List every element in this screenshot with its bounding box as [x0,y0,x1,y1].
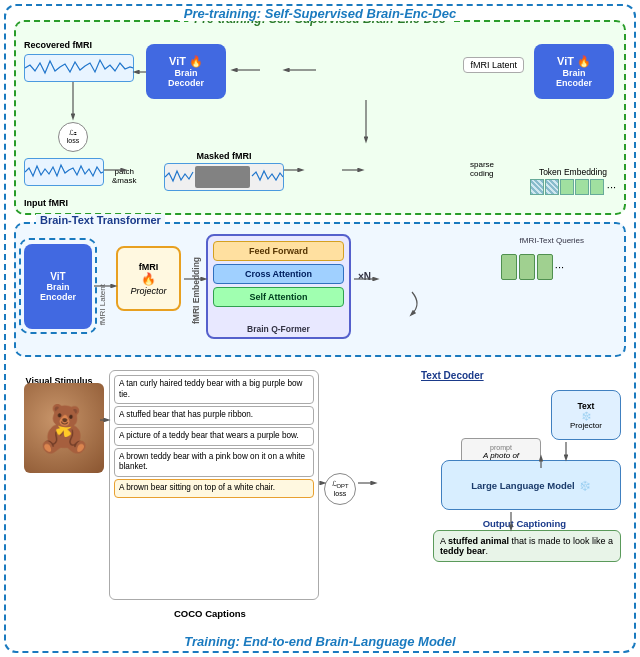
qformer-label: Brain Q-Former [247,324,310,334]
llm-box: Large Language Model ❄️ [441,460,621,510]
vit-brain-encoder-pretrain: ViT 🔥 Brain Encoder [534,44,614,99]
fmri-embedding-label: fMRI Embedding [191,244,201,324]
bear-image: 🧸 [24,383,104,473]
page-top-label: Pre-training: Self-Supervised Brain-Enc-… [178,6,462,21]
l2-loss: ℒ₂loss [58,122,88,152]
text-decoder-section: Text Decoder Text ❄️ Projector prompt A … [421,370,621,620]
snowflake-icon-proj: ❄️ [581,411,592,421]
braintext-label: Brain-Text Transformer [36,214,165,226]
query-cell-2 [519,254,535,280]
decoder-label-decoder: Decoder [168,78,204,88]
query-cell-1 [501,254,517,280]
coco-captions-box: A tan curly haired teddy bear with a big… [109,370,319,600]
caption-5-highlighted: A brown bear sitting on top of a white c… [114,479,314,498]
brain-qformer: Feed Forward Cross Attention Self Attent… [206,234,351,339]
token-cell-hatched-1 [530,179,544,195]
token-embed-label: Token Embedding [530,167,616,177]
feed-forward-row: Feed Forward [213,241,344,261]
output-caption-label: Output Captioning [483,518,566,529]
signal-svg-recovered [25,55,133,81]
query-cell-3 [537,254,553,280]
brain-label-bt: Brain [46,282,69,292]
fmri-latent-pretrain: fMRI Latent [463,57,524,73]
svg-rect-0 [195,166,250,188]
recovered-fmri-signal [24,54,134,82]
coco-label: COCO Captions [174,608,246,619]
main-container: Training: End-to-end Brain-Language Mode… [0,0,640,657]
self-attention-row: Self Attention [213,287,344,307]
bear-icon: 🧸 [36,402,92,455]
token-embedding-area: Token Embedding ··· [530,167,616,195]
query-dots: ··· [555,261,564,273]
token-cell-1 [560,179,574,195]
prompt-label: prompt [490,444,512,451]
queries-cells: ··· [501,254,564,280]
training-section: 🧸 Visual Stimulus A tan curly haired ted… [14,365,626,635]
snowflake-icon-llm: ❄️ [579,480,591,491]
projector-title: fMRI [139,262,159,272]
token-cell-hatched-2 [545,179,559,195]
text-decoder-label: Text Decoder [421,370,621,381]
masked-fmri-area: Masked fMRI mask ratio: 0.75 [164,151,284,191]
input-fmri-signal [24,158,104,186]
cross-attention-row: Cross Attention [213,264,344,284]
fire-icon-decoder: ViT 🔥 [169,55,203,68]
signal-svg-masked [165,164,283,190]
vit-brain-decoder: ViT 🔥 Brain Decoder [146,44,226,99]
signal-svg-input [25,159,103,185]
fmri-text-queries-label: fMRI-Text Queries [520,236,584,245]
input-fmri-label: Input fMRI [24,198,68,208]
bottom-label: Training: End-to-end Brain-Language Mode… [178,634,461,649]
visual-stimulus-area: 🧸 Visual Stimulus [19,373,99,386]
token-cell-3 [590,179,604,195]
patch-mask-label: patch&mask [112,167,136,185]
braintext-section: Brain-Text Transformer ViT Brain Encoder… [14,222,626,357]
fire-icon: ViT 🔥 [557,55,591,68]
caption-3: A picture of a teddy bear that wears a p… [114,427,314,446]
recovered-fmri-label: Recovered fMRI [24,40,134,50]
llm-label: Large Language Model [471,480,574,491]
masked-fmri-label: Masked fMRI [164,151,284,161]
caption-2: A stuffed bear that has purple ribbon. [114,406,314,425]
masked-fmri-signal [164,163,284,191]
encoder-label-bt: Encoder [40,292,76,302]
text-proj-label: Projector [570,421,602,430]
token-dots: ··· [607,181,616,193]
output-caption-box: A stuffed animal that is made to look li… [433,530,621,562]
caption-4: A brown teddy bear with a pink bow on it… [114,448,314,477]
fmri-latent-bt-label: fMRI Latent [98,284,107,325]
decoder-label-brain: Brain [174,68,197,78]
encoder-label-brain: Brain [562,68,585,78]
vit-brain-encoder-bt: ViT Brain Encoder [24,244,92,329]
text-projector: Text ❄️ Projector [551,390,621,440]
prompt-text: A photo of [483,451,519,460]
output-text: A stuffed animal that is made to look li… [440,536,613,556]
sparse-coding-label: sparsecoding [470,160,494,178]
token-cells-row: ··· [530,179,616,195]
fmri-projector: fMRI 🔥 Projector [116,246,181,311]
vit-label-bt: ViT [50,271,65,282]
recovered-fmri-area: Recovered fMRI [24,40,134,80]
encoder-label-encoder: Encoder [556,78,592,88]
pretrain-section: Pre-training: Self-Supervised Brain-Enc-… [14,20,626,215]
text-proj-title: Text [578,401,595,411]
token-cell-2 [575,179,589,195]
caption-1: A tan curly haired teddy bear with a big… [114,375,314,404]
projector-label: Projector [130,286,166,296]
projector-fire: 🔥 [141,272,156,286]
times-n: ×N [358,271,371,282]
lopt-loss: ℒOPTloss [324,473,356,505]
input-fmri-area: Input fMRI [24,158,104,208]
